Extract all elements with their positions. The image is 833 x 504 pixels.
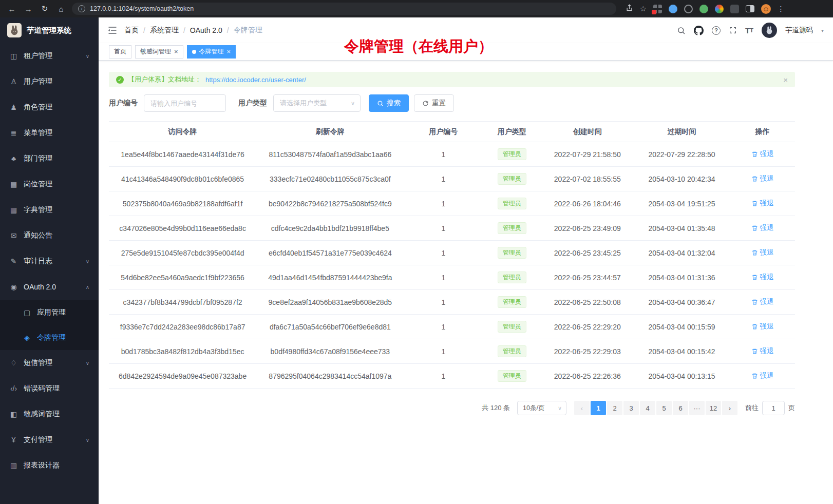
github-icon[interactable] <box>694 26 704 35</box>
extension-icon-6[interactable] <box>730 5 739 13</box>
fullscreen-icon[interactable] <box>729 26 737 34</box>
page-button-6[interactable]: 6 <box>673 401 688 415</box>
sidebar-item-menu[interactable]: ≣菜单管理 <box>0 120 99 146</box>
extension-icon-4[interactable] <box>699 5 708 13</box>
tab-close-icon[interactable]: × <box>227 48 231 55</box>
action-cell: 强退 <box>730 216 795 241</box>
create-time-cell: 2022-07-02 18:55:55 <box>541 167 634 191</box>
user-avatar[interactable] <box>762 23 777 38</box>
next-page-button[interactable]: › <box>722 401 737 415</box>
tab-token[interactable]: 令牌管理× <box>187 45 236 59</box>
extension-icon-5[interactable] <box>715 5 724 13</box>
table-row: 275e5de9151045fe87cbdc395e004f4de6cfd40e… <box>109 241 795 265</box>
goto-page-input[interactable] <box>762 401 785 415</box>
tab-home[interactable]: 首页 <box>109 45 131 59</box>
page-size-value: 10条/页 <box>523 404 544 413</box>
sidebar-item-audit-log[interactable]: ✎审计日志∨ <box>0 248 99 274</box>
user-type-cell: 管理员 <box>483 339 541 364</box>
force-logout-button[interactable]: 强退 <box>751 371 774 380</box>
sidebar-item-label: OAuth 2.0 <box>24 283 56 291</box>
sidebar-item-error-code[interactable]: ‹/›错误码管理 <box>0 376 99 401</box>
breadcrumb-item[interactable]: OAuth 2.0 <box>190 26 222 34</box>
sidebar-item-dept[interactable]: ♣部门管理 <box>0 146 99 171</box>
split-view-icon[interactable] <box>746 5 754 12</box>
delete-icon <box>751 323 758 330</box>
chevron-down-icon: ∨ <box>86 360 89 366</box>
breadcrumb-item[interactable]: 令牌管理 <box>234 26 262 35</box>
alert-close-icon[interactable]: × <box>783 75 788 84</box>
force-logout-button[interactable]: 强退 <box>751 322 774 331</box>
doc-link[interactable]: https://doc.iocoder.cn/user-center/ <box>205 76 306 84</box>
breadcrumb-item[interactable]: 首页 <box>124 26 139 35</box>
user-caret-down-icon[interactable]: ▾ <box>821 28 824 33</box>
page-button-4[interactable]: 4 <box>640 401 655 415</box>
extension-icon-1[interactable] <box>653 5 662 13</box>
prev-page-button[interactable]: ‹ <box>574 401 590 415</box>
table-row: c347026e805e4d99b0d116eae66eda8ccdfc4ce9… <box>109 216 795 241</box>
sidebar-menu: ◫租户管理∨♙用户管理♟角色管理≣菜单管理♣部门管理▤岗位管理▦字典管理✉通知公… <box>0 43 99 478</box>
force-logout-button[interactable]: 强退 <box>751 174 774 183</box>
sidebar-item-report-designer[interactable]: ▥报表设计器 <box>0 453 99 478</box>
force-logout-button[interactable]: 强退 <box>751 346 774 356</box>
extension-icon-2[interactable] <box>669 5 677 13</box>
force-logout-button[interactable]: 强退 <box>751 248 774 257</box>
user-name[interactable]: 芋道源码 <box>785 26 813 35</box>
sidebar-item-dict[interactable]: ▦字典管理 <box>0 197 99 223</box>
page-button-5[interactable]: 5 <box>656 401 672 415</box>
more-pages-button[interactable]: ··· <box>689 401 705 415</box>
extension-icon-3[interactable] <box>684 5 693 13</box>
tab-sensitive-word[interactable]: 敏感词管理× <box>135 45 183 59</box>
page-button-3[interactable]: 3 <box>623 401 639 415</box>
search-icon[interactable] <box>677 26 686 35</box>
user-id-input[interactable] <box>144 94 226 112</box>
table-row: 1ea5e44f8bc1467aaede43144f31de76811c5304… <box>109 142 795 167</box>
user-type-select[interactable]: 请选择用户类型 ∨ <box>273 94 361 112</box>
home-icon[interactable]: ⌂ <box>55 5 67 13</box>
help-icon[interactable]: ? <box>712 26 721 35</box>
sidebar-item-post[interactable]: ▤岗位管理 <box>0 171 99 197</box>
column-header: 过期时间 <box>634 122 730 142</box>
sidebar-item-oauth2-token[interactable]: ◈令牌管理 <box>0 325 99 350</box>
bookmark-star-icon[interactable]: ☆ <box>640 5 647 13</box>
sidebar-item-sensitive-word[interactable]: ◧敏感词管理 <box>0 401 99 427</box>
page-button-2[interactable]: 2 <box>607 401 622 415</box>
force-logout-button[interactable]: 强退 <box>751 199 774 208</box>
collapse-sidebar-icon[interactable] <box>108 26 117 34</box>
page-size-select[interactable]: 10条/页 ∨ <box>517 401 566 415</box>
force-logout-button[interactable]: 强退 <box>751 223 774 232</box>
force-logout-label: 强退 <box>760 248 774 257</box>
breadcrumb-separator: / <box>143 26 145 34</box>
goto-suffix: 页 <box>788 403 795 413</box>
search-button[interactable]: 搜索 <box>369 94 409 112</box>
site-info-icon[interactable]: i <box>78 5 85 12</box>
back-icon[interactable]: ← <box>6 5 17 13</box>
sidebar-item-tenant[interactable]: ◫租户管理∨ <box>0 43 99 69</box>
browser-profile-avatar[interactable]: ☺ <box>761 4 771 14</box>
share-icon[interactable] <box>626 4 633 13</box>
force-logout-button[interactable]: 强退 <box>751 149 774 159</box>
tab-close-icon[interactable]: × <box>174 48 178 55</box>
sidebar-item-role[interactable]: ♟角色管理 <box>0 94 99 120</box>
refresh-token-cell: 8796295f04064c2983414cc54af1097a <box>256 364 404 389</box>
force-logout-label: 强退 <box>760 371 774 380</box>
reset-button[interactable]: 重置 <box>414 94 454 112</box>
font-size-icon[interactable]: TT <box>745 26 753 35</box>
page-button-12[interactable]: 12 <box>706 401 721 415</box>
sidebar-item-oauth2-application[interactable]: ▢应用管理 <box>0 300 99 325</box>
refresh-icon[interactable]: ↻ <box>39 4 50 13</box>
forward-icon[interactable]: → <box>23 5 34 13</box>
force-logout-button[interactable]: 强退 <box>751 297 774 306</box>
breadcrumb-item[interactable]: 系统管理 <box>150 26 179 35</box>
page-button-1[interactable]: 1 <box>591 401 606 415</box>
address-bar[interactable]: i 127.0.0.1:1024/system/oauth2/token <box>72 3 616 15</box>
force-logout-button[interactable]: 强退 <box>751 273 774 282</box>
logo[interactable]: 芋道管理系统 <box>0 17 99 43</box>
sidebar-item-oauth2[interactable]: ◉OAuth 2.0∧ <box>0 274 99 300</box>
sidebar-item-notice[interactable]: ✉通知公告 <box>0 223 99 248</box>
sidebar-item-user[interactable]: ♙用户管理 <box>0 69 99 94</box>
refresh-token-cell: 9ce8ef2aa9f14056b831ae9b608e28d5 <box>256 290 404 315</box>
sidebar-item-pay[interactable]: ¥支付管理∨ <box>0 427 99 453</box>
browser-menu-icon[interactable]: ⋮ <box>778 5 785 13</box>
sidebar-item-sms[interactable]: ♢短信管理∨ <box>0 350 99 376</box>
breadcrumb: 首页/系统管理/OAuth 2.0/令牌管理 <box>124 26 262 35</box>
